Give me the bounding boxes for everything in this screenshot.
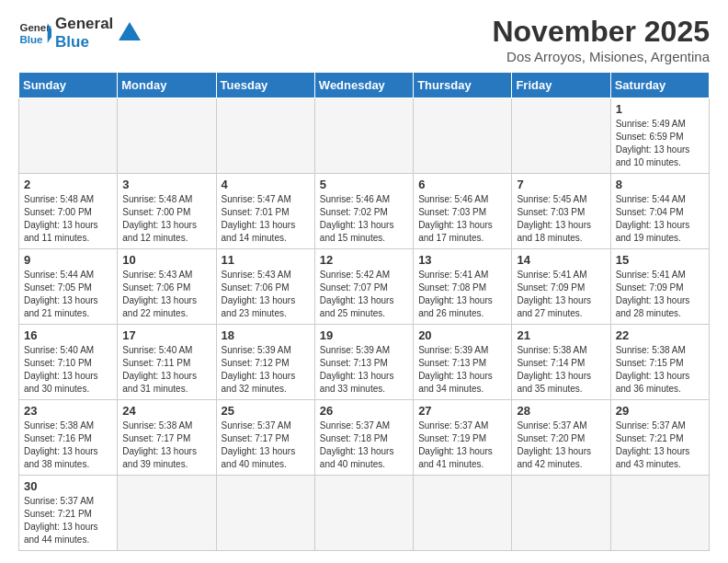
day-number: 7 — [517, 178, 605, 191]
title-area: November 2025 Dos Arroyos, Misiones, Arg… — [492, 15, 710, 64]
day-number: 12 — [320, 253, 408, 267]
calendar-cell: 6Sunrise: 5:46 AM Sunset: 7:03 PM Daylig… — [414, 174, 512, 249]
weekday-friday: Friday — [512, 73, 610, 98]
day-info: Sunrise: 5:38 AM Sunset: 7:17 PM Dayligh… — [122, 419, 210, 471]
svg-text:General: General — [19, 22, 51, 33]
logo-triangle-icon — [117, 20, 142, 46]
calendar-cell: 24Sunrise: 5:38 AM Sunset: 7:17 PM Dayli… — [118, 400, 216, 476]
logo-blue: Blue — [55, 33, 113, 52]
day-info: Sunrise: 5:48 AM Sunset: 7:00 PM Dayligh… — [122, 193, 210, 245]
day-number: 17 — [122, 328, 210, 342]
calendar-cell: 26Sunrise: 5:37 AM Sunset: 7:18 PM Dayli… — [314, 400, 413, 476]
day-number: 8 — [616, 178, 704, 191]
logo-general: General — [55, 15, 113, 33]
day-info: Sunrise: 5:38 AM Sunset: 7:16 PM Dayligh… — [24, 419, 112, 471]
location-subtitle: Dos Arroyos, Misiones, Argentina — [492, 49, 710, 64]
calendar-cell: 14Sunrise: 5:41 AM Sunset: 7:09 PM Dayli… — [512, 249, 610, 325]
day-number: 25 — [222, 404, 310, 418]
day-number: 4 — [222, 178, 310, 191]
day-info: Sunrise: 5:40 AM Sunset: 7:10 PM Dayligh… — [24, 344, 112, 396]
weekday-tuesday: Tuesday — [216, 73, 314, 98]
svg-marker-3 — [119, 22, 141, 40]
day-info: Sunrise: 5:41 AM Sunset: 7:09 PM Dayligh… — [517, 269, 605, 320]
calendar-table: SundayMondayTuesdayWednesdayThursdayFrid… — [18, 72, 710, 551]
calendar-cell: 19Sunrise: 5:39 AM Sunset: 7:13 PM Dayli… — [314, 325, 413, 400]
day-number: 30 — [24, 479, 112, 493]
calendar-cell: 30Sunrise: 5:37 AM Sunset: 7:21 PM Dayli… — [19, 476, 118, 551]
day-number: 14 — [517, 253, 605, 267]
calendar-week-2: 9Sunrise: 5:44 AM Sunset: 7:05 PM Daylig… — [19, 249, 710, 325]
day-info: Sunrise: 5:37 AM Sunset: 7:18 PM Dayligh… — [320, 419, 408, 471]
day-info: Sunrise: 5:44 AM Sunset: 7:04 PM Dayligh… — [616, 193, 704, 245]
day-number: 10 — [122, 253, 210, 267]
day-info: Sunrise: 5:37 AM Sunset: 7:19 PM Dayligh… — [418, 419, 506, 471]
day-info: Sunrise: 5:47 AM Sunset: 7:01 PM Dayligh… — [222, 193, 310, 245]
day-number: 28 — [517, 404, 605, 418]
day-number: 27 — [418, 404, 506, 418]
day-info: Sunrise: 5:37 AM Sunset: 7:20 PM Dayligh… — [517, 419, 605, 471]
day-number: 23 — [24, 404, 112, 418]
svg-text:Blue: Blue — [19, 34, 43, 45]
day-info: Sunrise: 5:39 AM Sunset: 7:13 PM Dayligh… — [320, 344, 408, 396]
day-number: 18 — [222, 328, 310, 342]
day-number: 26 — [320, 404, 408, 418]
calendar-cell — [216, 98, 314, 174]
weekday-saturday: Saturday — [610, 73, 709, 98]
calendar-cell: 7Sunrise: 5:45 AM Sunset: 7:03 PM Daylig… — [512, 174, 610, 249]
calendar-cell: 27Sunrise: 5:37 AM Sunset: 7:19 PM Dayli… — [414, 400, 512, 476]
calendar-cell — [118, 98, 216, 174]
day-number: 15 — [616, 253, 704, 267]
calendar-cell — [414, 98, 512, 174]
day-number: 13 — [418, 253, 506, 267]
calendar-cell: 22Sunrise: 5:38 AM Sunset: 7:15 PM Dayli… — [610, 325, 709, 400]
day-number: 1 — [616, 102, 704, 116]
weekday-wednesday: Wednesday — [314, 73, 413, 98]
logo: General Blue General Blue — [18, 15, 142, 52]
day-number: 9 — [24, 253, 112, 267]
day-info: Sunrise: 5:43 AM Sunset: 7:06 PM Dayligh… — [222, 269, 310, 320]
calendar-week-3: 16Sunrise: 5:40 AM Sunset: 7:10 PM Dayli… — [19, 325, 710, 400]
day-info: Sunrise: 5:41 AM Sunset: 7:09 PM Dayligh… — [616, 269, 704, 320]
calendar-cell — [314, 98, 413, 174]
logo-icon: General Blue — [18, 17, 51, 50]
day-info: Sunrise: 5:37 AM Sunset: 7:21 PM Dayligh… — [616, 419, 704, 471]
day-number: 21 — [517, 328, 605, 342]
calendar-cell: 3Sunrise: 5:48 AM Sunset: 7:00 PM Daylig… — [118, 174, 216, 249]
day-number: 2 — [24, 178, 112, 191]
calendar-cell: 12Sunrise: 5:42 AM Sunset: 7:07 PM Dayli… — [314, 249, 413, 325]
day-number: 6 — [418, 178, 506, 191]
calendar-cell: 11Sunrise: 5:43 AM Sunset: 7:06 PM Dayli… — [216, 249, 314, 325]
calendar-week-5: 30Sunrise: 5:37 AM Sunset: 7:21 PM Dayli… — [19, 476, 710, 551]
calendar-header: SundayMondayTuesdayWednesdayThursdayFrid… — [19, 73, 710, 98]
calendar-cell: 18Sunrise: 5:39 AM Sunset: 7:12 PM Dayli… — [216, 325, 314, 400]
calendar-cell: 15Sunrise: 5:41 AM Sunset: 7:09 PM Dayli… — [610, 249, 709, 325]
calendar-cell: 25Sunrise: 5:37 AM Sunset: 7:17 PM Dayli… — [216, 400, 314, 476]
day-number: 11 — [222, 253, 310, 267]
calendar-week-1: 2Sunrise: 5:48 AM Sunset: 7:00 PM Daylig… — [19, 174, 710, 249]
day-number: 20 — [418, 328, 506, 342]
calendar-cell: 8Sunrise: 5:44 AM Sunset: 7:04 PM Daylig… — [610, 174, 709, 249]
day-info: Sunrise: 5:39 AM Sunset: 7:12 PM Dayligh… — [222, 344, 310, 396]
calendar-cell: 2Sunrise: 5:48 AM Sunset: 7:00 PM Daylig… — [19, 174, 118, 249]
day-info: Sunrise: 5:49 AM Sunset: 6:59 PM Dayligh… — [616, 118, 704, 169]
calendar-cell: 5Sunrise: 5:46 AM Sunset: 7:02 PM Daylig… — [314, 174, 413, 249]
day-info: Sunrise: 5:43 AM Sunset: 7:06 PM Dayligh… — [122, 269, 210, 320]
day-number: 5 — [320, 178, 408, 191]
calendar-cell — [314, 476, 413, 551]
calendar-body: 1Sunrise: 5:49 AM Sunset: 6:59 PM Daylig… — [19, 98, 710, 551]
calendar-cell — [19, 98, 118, 174]
day-number: 3 — [122, 178, 210, 191]
month-title: November 2025 — [492, 15, 710, 49]
calendar-cell — [512, 476, 610, 551]
calendar-cell — [610, 476, 709, 551]
weekday-thursday: Thursday — [414, 73, 512, 98]
calendar-cell: 4Sunrise: 5:47 AM Sunset: 7:01 PM Daylig… — [216, 174, 314, 249]
calendar-cell: 1Sunrise: 5:49 AM Sunset: 6:59 PM Daylig… — [610, 98, 709, 174]
day-number: 24 — [122, 404, 210, 418]
day-number: 19 — [320, 328, 408, 342]
day-info: Sunrise: 5:45 AM Sunset: 7:03 PM Dayligh… — [517, 193, 605, 245]
day-info: Sunrise: 5:37 AM Sunset: 7:21 PM Dayligh… — [24, 495, 112, 546]
calendar-cell: 20Sunrise: 5:39 AM Sunset: 7:13 PM Dayli… — [414, 325, 512, 400]
weekday-monday: Monday — [118, 73, 216, 98]
calendar-cell — [118, 476, 216, 551]
